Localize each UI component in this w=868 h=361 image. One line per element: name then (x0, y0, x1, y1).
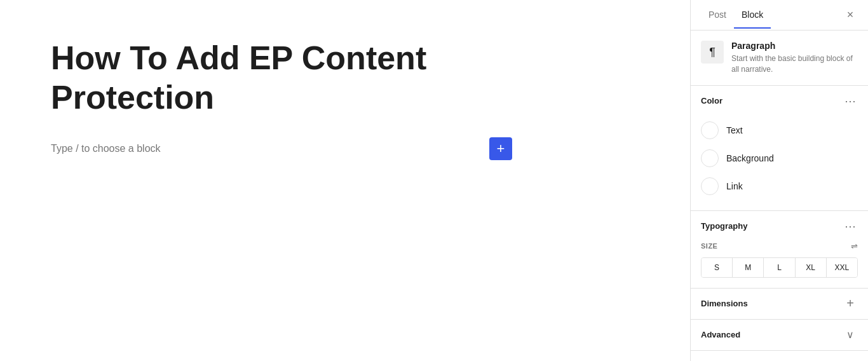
block-type-input[interactable] (51, 143, 241, 154)
color-option-text[interactable]: Text (701, 116, 858, 144)
sidebar-panel: Post Block × ¶ Paragraph Start with the … (690, 0, 868, 361)
sliders-icon: ⇌ (851, 242, 858, 251)
main-content: How To Add EP Content Protection + (0, 0, 690, 361)
size-controls-sliders-button[interactable]: ⇌ (851, 242, 858, 251)
color-section-content: Text Background Link (691, 116, 868, 210)
three-dots-icon-typography: ⋯ (844, 219, 856, 233)
block-name-label: Paragraph (731, 41, 858, 51)
color-circle-background (701, 149, 719, 167)
size-button-xxl[interactable]: XXL (827, 258, 857, 277)
color-option-background[interactable]: Background (701, 144, 858, 172)
color-label-background: Background (726, 153, 774, 163)
dimensions-section-header[interactable]: Dimensions + (691, 289, 868, 319)
typography-section-content: SIZE ⇌ S M L XL XXL (691, 242, 868, 288)
size-label-text: SIZE (701, 242, 717, 250)
dimensions-section: Dimensions + (691, 289, 868, 320)
color-label-text: Text (726, 125, 743, 135)
advanced-section: Advanced ∨ (691, 320, 868, 351)
size-label-row: SIZE ⇌ (701, 242, 858, 251)
size-button-xl[interactable]: XL (796, 258, 827, 277)
color-circle-text (701, 121, 719, 139)
tab-block[interactable]: Block (734, 2, 771, 29)
color-circle-link (701, 177, 719, 195)
typography-section: Typography ⋯ SIZE ⇌ S M L XL XXL (691, 211, 868, 289)
block-info-text: Paragraph Start with the basic building … (731, 41, 858, 75)
advanced-section-title: Advanced (701, 330, 740, 339)
paragraph-icon: ¶ (701, 41, 724, 64)
typography-section-title: Typography (701, 221, 747, 231)
advanced-chevron-button[interactable]: ∨ (843, 327, 858, 343)
typography-section-header[interactable]: Typography ⋯ (691, 211, 868, 242)
block-info-section: ¶ Paragraph Start with the basic buildin… (691, 31, 868, 86)
size-button-s[interactable]: S (702, 258, 733, 277)
three-dots-icon: ⋯ (844, 94, 856, 108)
plus-icon: + (846, 296, 854, 311)
post-title: How To Add EP Content Protection (51, 38, 496, 118)
size-button-l[interactable]: L (764, 258, 795, 277)
color-section-title: Color (701, 96, 722, 106)
font-size-buttons: S M L XL XXL (701, 257, 858, 278)
block-description: Start with the basic building block of a… (731, 53, 858, 75)
typography-section-menu-button[interactable]: ⋯ (843, 219, 858, 234)
dimensions-section-title: Dimensions (701, 299, 748, 308)
color-label-link: Link (726, 181, 743, 191)
sidebar-tab-bar: Post Block × (691, 0, 868, 31)
color-section-header[interactable]: Color ⋯ (691, 86, 868, 116)
tab-post[interactable]: Post (701, 2, 734, 29)
size-button-m[interactable]: M (733, 258, 764, 277)
chevron-down-icon: ∨ (846, 329, 854, 341)
color-section-menu-button[interactable]: ⋯ (843, 93, 858, 109)
color-section: Color ⋯ Text Background Link (691, 86, 868, 211)
block-placeholder-area[interactable]: + (51, 143, 639, 154)
dimensions-add-button[interactable]: + (843, 296, 858, 311)
add-block-button[interactable]: + (489, 137, 512, 160)
close-button[interactable]: × (843, 8, 858, 23)
color-option-link[interactable]: Link (701, 172, 858, 200)
advanced-section-header[interactable]: Advanced ∨ (691, 320, 868, 350)
